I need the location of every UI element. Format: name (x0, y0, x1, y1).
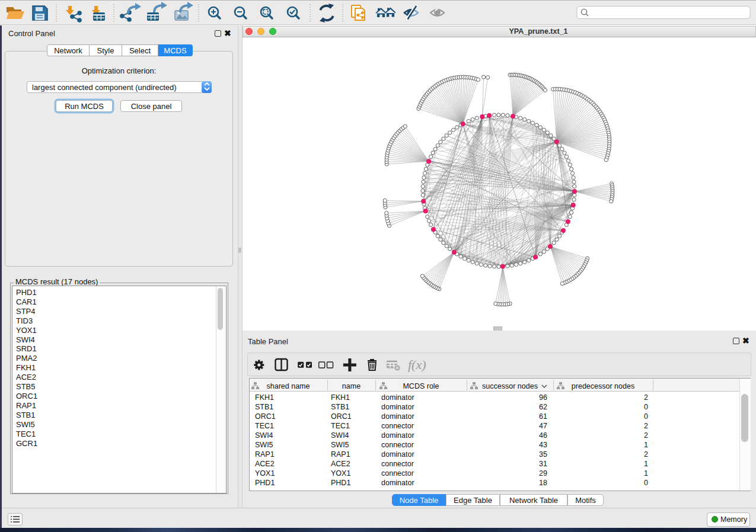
svg-text:f(x): f(x) (408, 357, 426, 372)
